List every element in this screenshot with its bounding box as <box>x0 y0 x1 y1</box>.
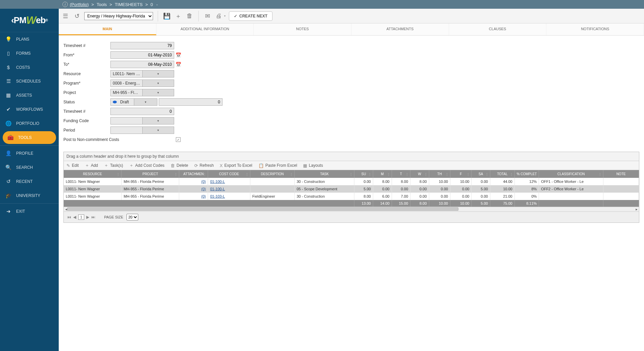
column-menu-icon[interactable]: ⋮ <box>510 172 513 176</box>
period-select[interactable]: ▼ <box>110 127 174 134</box>
to-date-input[interactable] <box>110 61 174 68</box>
col-task[interactable]: TASK⋮ <box>294 170 354 178</box>
col-desc[interactable]: DESCRIPTION⋮ <box>250 170 294 178</box>
grid-add-button[interactable]: ＋Add <box>85 162 98 168</box>
list-icon[interactable]: ☰ <box>61 12 69 20</box>
sidebar-item-profile[interactable]: 👤PROFILE <box>0 146 59 160</box>
sidebar-item-workflows[interactable]: ✔WORKFLOWS <box>0 102 59 116</box>
sidebar-item-search[interactable]: 🔍SEARCH <box>0 160 59 174</box>
column-menu-icon[interactable]: ⋮ <box>466 172 470 176</box>
column-menu-icon[interactable]: ⋮ <box>349 172 353 176</box>
column-menu-icon[interactable]: ⋮ <box>174 172 178 176</box>
sidebar-item-costs[interactable]: $COSTS <box>0 60 59 74</box>
sidebar-item-assets[interactable]: ▦ASSETS <box>0 88 59 102</box>
grid-hscroll[interactable]: ◄ ► <box>64 207 639 211</box>
grid-layouts-button[interactable]: ▦Layouts <box>303 163 323 168</box>
pager-first-icon[interactable]: ⏮ <box>67 215 71 219</box>
column-menu-icon[interactable]: ⋮ <box>534 172 537 176</box>
pager-prev-icon[interactable]: ◀ <box>73 215 76 219</box>
status-num-input[interactable] <box>159 98 222 106</box>
col-pct[interactable]: % COMPLET⋮ <box>514 170 539 178</box>
post-checkbox[interactable]: ✓ <box>176 137 181 142</box>
grid-edit-button[interactable]: ✎Edit <box>66 163 79 168</box>
tab-additional-info[interactable]: ADDITIONAL INFORMATION <box>156 23 254 35</box>
col-m[interactable]: M⋮ <box>373 170 392 178</box>
add-icon[interactable]: ＋ <box>174 12 182 20</box>
timesheet-no2-input[interactable] <box>110 108 174 115</box>
from-date-input[interactable] <box>110 51 174 59</box>
grid-refresh-button[interactable]: ⟳Refresh <box>194 163 214 168</box>
page-size-select[interactable]: 20 <box>127 214 138 220</box>
col-total[interactable]: TOTAL⋮ <box>490 170 514 178</box>
breadcrumb-root[interactable]: (Portfolio) <box>70 2 89 7</box>
funding-select[interactable]: ▼ <box>110 117 174 124</box>
sidebar-item-portfolio[interactable]: 🌐PORTFOLIO <box>0 116 59 131</box>
grid-group-header[interactable]: Drag a column header and drop it here to… <box>64 152 639 161</box>
save-icon[interactable]: 💾 <box>163 12 171 20</box>
col-class[interactable]: CLASSIFICATION⋮ <box>539 170 603 178</box>
print-icon[interactable]: 🖨 <box>215 12 223 20</box>
column-menu-icon[interactable]: ⋮ <box>485 172 489 176</box>
column-menu-icon[interactable]: ⋮ <box>116 172 120 176</box>
tab-clauses[interactable]: CLAUSES <box>449 23 547 35</box>
project-select[interactable]: Energy / Heavy Highway-Florida Perim <box>84 12 153 20</box>
pager-last-icon[interactable]: ⏭ <box>91 215 95 219</box>
col-th[interactable]: TH⋮ <box>429 170 450 178</box>
history-icon[interactable]: ↺ <box>73 12 81 20</box>
column-menu-icon[interactable]: ⋮ <box>368 172 371 176</box>
timesheet-no-input[interactable] <box>110 42 174 49</box>
table-row[interactable]: L0011- Nem WagnerMH-955 - Florida Perime… <box>64 193 639 200</box>
email-icon[interactable]: ✉ <box>203 12 211 20</box>
table-row[interactable]: L0011- Nem WagnerMH-955 - Florida Perime… <box>64 178 639 185</box>
scroll-thumb[interactable] <box>67 207 458 211</box>
col-resource[interactable]: RESOURCE⋮ <box>64 170 121 178</box>
col-t[interactable]: T⋮ <box>392 170 410 178</box>
column-menu-icon[interactable]: ⋮ <box>245 172 249 176</box>
column-menu-icon[interactable]: ⋮ <box>445 172 449 176</box>
grid-tasks-button[interactable]: ＋Task(s) <box>104 162 123 168</box>
project-select-field[interactable]: MH-955 - Florida Perimeter Highway▼ <box>110 89 174 96</box>
sidebar-item-forms[interactable]: ▯FORMS <box>0 46 59 60</box>
scroll-right-icon[interactable]: ► <box>634 207 639 212</box>
create-next-button[interactable]: ✓CREATE NEXT <box>229 11 273 21</box>
sidebar-item-recent[interactable]: ↺RECENT <box>0 174 59 189</box>
table-row[interactable]: L0011- Nem WagnerMH-955 - Florida Perime… <box>64 185 639 193</box>
col-w[interactable]: W⋮ <box>410 170 429 178</box>
col-costcode[interactable]: COST CODE⋮ <box>208 170 250 178</box>
sidebar-item-schedules[interactable]: ☰SCHEDULES <box>0 74 59 88</box>
tab-main[interactable]: MAIN <box>59 23 156 35</box>
column-menu-icon[interactable]: ⋮ <box>387 172 390 176</box>
pager-page-number[interactable]: 1 <box>78 214 84 220</box>
sidebar-item-label: WORKFLOWS <box>16 107 43 112</box>
col-sa[interactable]: SA⋮ <box>472 170 490 178</box>
column-menu-icon[interactable]: ⋮ <box>405 172 409 176</box>
info-icon[interactable]: i <box>62 2 68 7</box>
sidebar-item-tools[interactable]: 🧰TOOLS <box>3 131 56 144</box>
tab-notifications[interactable]: NOTIFICATIONS <box>546 23 644 35</box>
column-menu-icon[interactable]: ⋮ <box>203 172 206 176</box>
column-menu-icon[interactable]: ⋮ <box>598 172 602 176</box>
pager-next-icon[interactable]: ▶ <box>86 215 89 219</box>
column-menu-icon[interactable]: ⋮ <box>290 172 293 176</box>
tab-attachments[interactable]: ATTACHMENTS <box>351 23 449 35</box>
col-note[interactable]: NOTE <box>603 170 639 178</box>
grid-export-button[interactable]: XExport To Excel <box>220 163 252 168</box>
col-attach[interactable]: ATTACHMEN⋮ <box>179 170 208 178</box>
delete-icon[interactable]: 🗑 <box>186 12 194 20</box>
sidebar-item-university[interactable]: 🎓UNIVERSITY <box>0 189 59 203</box>
status-select[interactable]: Draft▼ <box>110 98 157 106</box>
calendar-icon[interactable]: 📅 <box>176 62 181 67</box>
program-select[interactable]: 0008 - Energy / Heavy Highway▼ <box>110 80 174 87</box>
tab-notes[interactable]: NOTES <box>254 23 351 35</box>
column-menu-icon[interactable]: ⋮ <box>424 172 428 176</box>
sidebar-item-plans[interactable]: 💡PLANS <box>0 32 59 46</box>
col-su[interactable]: SU⋮ <box>354 170 373 178</box>
grid-paste-button[interactable]: 📋Paste From Excel <box>258 163 297 168</box>
grid-addcc-button[interactable]: ＋Add Cost Codes <box>129 162 164 168</box>
grid-delete-button[interactable]: 🗑Delete <box>170 163 188 168</box>
col-f[interactable]: F⋮ <box>450 170 471 178</box>
sidebar-item-exit[interactable]: ➜EXIT <box>0 204 59 218</box>
resource-select[interactable]: L0011- Nem Wagner▼ <box>110 70 174 78</box>
calendar-icon[interactable]: 📅 <box>176 52 181 58</box>
col-project[interactable]: PROJECT⋮ <box>121 170 179 178</box>
